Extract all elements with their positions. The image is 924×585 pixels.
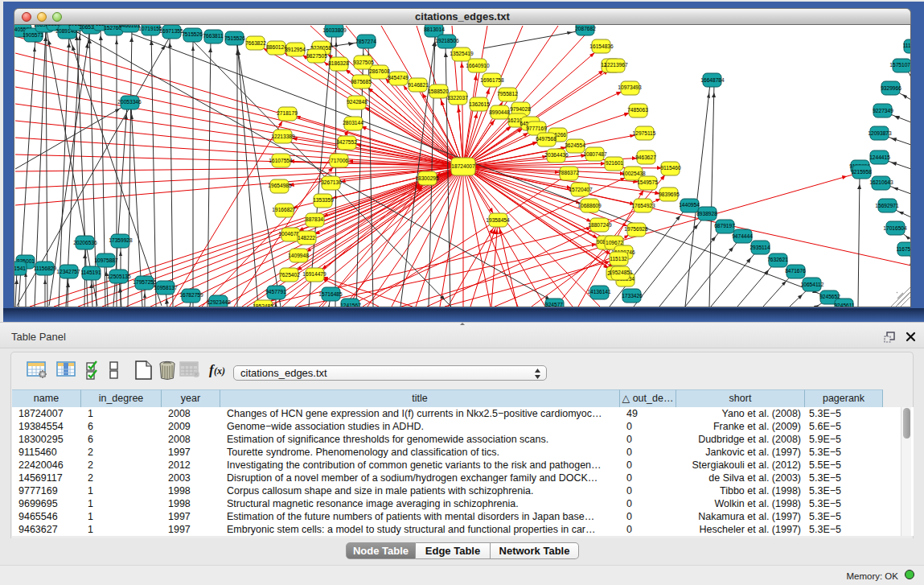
svg-text:8912954: 8912954 (285, 47, 306, 52)
svg-text:391541: 391541 (14, 266, 26, 271)
svg-text:8454749: 8454749 (388, 75, 409, 80)
svg-text:1588520: 1588520 (428, 89, 449, 94)
svg-text:924577: 924577 (545, 302, 563, 307)
svg-text:12975115: 12975115 (633, 130, 656, 136)
svg-text:9245611: 9245611 (834, 303, 855, 307)
svg-text:15720407: 15720407 (569, 187, 593, 192)
svg-text:9463627: 9463627 (635, 154, 656, 160)
svg-text:1952485: 1952485 (253, 303, 273, 307)
svg-text:7625402: 7625402 (279, 272, 300, 278)
svg-text:10654112: 10654112 (801, 282, 824, 287)
svg-text:17957255: 17957255 (133, 279, 157, 285)
svg-text:19358454: 19358454 (486, 217, 510, 223)
svg-text:12213389: 12213389 (271, 134, 295, 139)
svg-text:18724007: 18724007 (451, 163, 475, 169)
svg-text:16154836: 16154836 (589, 43, 614, 49)
svg-text:10807487: 10807487 (583, 151, 607, 157)
svg-text:17359928: 17359928 (109, 237, 133, 243)
svg-text:3624554: 3624554 (565, 142, 585, 148)
svg-text:148222: 148222 (298, 235, 315, 241)
svg-text:1409948: 1409948 (288, 253, 309, 258)
svg-text:11156829: 11156829 (34, 266, 57, 271)
svg-text:8990448: 8990448 (489, 109, 510, 115)
svg-text:7886372: 7886372 (558, 170, 579, 175)
svg-text:7857274: 7857274 (355, 39, 376, 44)
svg-text:10958137: 10958137 (154, 285, 178, 290)
svg-text:9115460: 9115460 (660, 165, 681, 171)
svg-text:9242848: 9242848 (347, 99, 368, 105)
svg-text:9474444: 9474444 (732, 233, 753, 239)
svg-text:8471676: 8471676 (785, 268, 806, 274)
svg-text:12093873: 12093873 (868, 130, 892, 136)
svg-text:9777169: 9777169 (526, 126, 547, 131)
svg-text:18807249: 18807249 (588, 222, 612, 228)
svg-text:8186328: 8186328 (328, 60, 349, 66)
svg-text:6497568: 6497568 (536, 136, 556, 142)
svg-text:16033809: 16033809 (322, 27, 347, 33)
svg-text:20364436: 20364436 (544, 152, 569, 158)
svg-text:6466163: 6466163 (119, 25, 140, 28)
svg-text:7515526: 7515526 (224, 35, 245, 41)
svg-text:887834: 887834 (306, 216, 323, 222)
svg-text:16914479: 16914479 (302, 271, 326, 277)
svg-text:1549575: 1549575 (637, 179, 658, 185)
svg-text:7663811: 7663811 (203, 33, 224, 39)
svg-text:17654923: 17654923 (631, 203, 655, 208)
svg-text:9146821: 9146821 (408, 82, 429, 88)
svg-text:1362615: 1362615 (469, 101, 490, 107)
svg-text:16640910: 16640910 (466, 63, 490, 68)
svg-text:19218506: 19218506 (435, 38, 459, 43)
svg-text:16961758: 16961758 (480, 77, 504, 83)
svg-text:7485063: 7485063 (627, 107, 648, 113)
svg-text:10973493: 10973493 (618, 84, 642, 90)
svg-text:16107554: 16107554 (269, 158, 293, 163)
svg-text:10975887: 10975887 (94, 257, 118, 263)
svg-text:14136141: 14136141 (587, 289, 611, 295)
svg-text:717006: 717006 (331, 158, 348, 163)
svg-text:1905573: 1905573 (23, 32, 43, 38)
svg-text:19166827: 19166827 (272, 207, 296, 212)
svg-text:8813014: 8813014 (424, 27, 445, 32)
svg-text:16971355: 16971355 (159, 28, 183, 34)
svg-text:9329966: 9329966 (881, 85, 901, 91)
svg-text:17016504: 17016504 (883, 225, 907, 231)
svg-text:3267130: 3267130 (321, 179, 342, 185)
svg-text:8938928: 8938928 (696, 211, 717, 216)
svg-text:9327505: 9327505 (353, 60, 374, 65)
svg-text:921601: 921601 (606, 160, 623, 166)
svg-text:(x): (x) (214, 365, 225, 377)
svg-text:19524851: 19524851 (609, 270, 633, 275)
svg-text:16782759: 16782759 (179, 292, 203, 298)
svg-text:15751074: 15751074 (889, 62, 911, 68)
svg-text:19756928: 19756928 (624, 226, 648, 232)
svg-text:3215958: 3215958 (851, 169, 872, 175)
svg-text:7663822: 7663822 (245, 40, 266, 46)
svg-text:1145191: 1145191 (80, 270, 101, 275)
svg-text:18300295: 18300295 (415, 175, 439, 181)
svg-text:10688609: 10688609 (577, 203, 602, 208)
svg-text:1244415: 1244415 (869, 154, 890, 160)
svg-text:115132: 115132 (610, 256, 627, 262)
svg-text:1167534: 1167534 (896, 246, 911, 252)
svg-text:9227349: 9227349 (873, 108, 893, 113)
svg-text:8427552: 8427552 (336, 139, 357, 145)
svg-text:2935114: 2935114 (749, 245, 770, 250)
svg-text:1353359: 1353359 (313, 197, 334, 203)
svg-text:2718179: 2718179 (277, 110, 298, 116)
svg-text:7955812: 7955812 (497, 91, 518, 97)
svg-text:9794028: 9794028 (510, 106, 531, 112)
svg-text:2867608: 2867608 (369, 68, 390, 74)
svg-text:2087682: 2087682 (575, 26, 596, 31)
svg-text:1733426: 1733426 (622, 293, 643, 299)
svg-text:16648784: 16648784 (700, 77, 725, 83)
svg-text:8322037: 8322037 (447, 95, 468, 101)
svg-text:10025438: 10025438 (622, 171, 646, 176)
svg-text:12505135: 12505135 (107, 274, 131, 279)
svg-text:12213967: 12213967 (604, 62, 628, 68)
svg-text:12342757: 12342757 (56, 269, 80, 274)
svg-text:19654985: 19654985 (268, 183, 292, 188)
svg-text:12923448: 12923448 (207, 299, 231, 305)
svg-text:2803144: 2803144 (343, 120, 363, 126)
svg-text:16210643: 16210643 (869, 179, 893, 185)
svg-text:109672: 109672 (606, 240, 623, 245)
